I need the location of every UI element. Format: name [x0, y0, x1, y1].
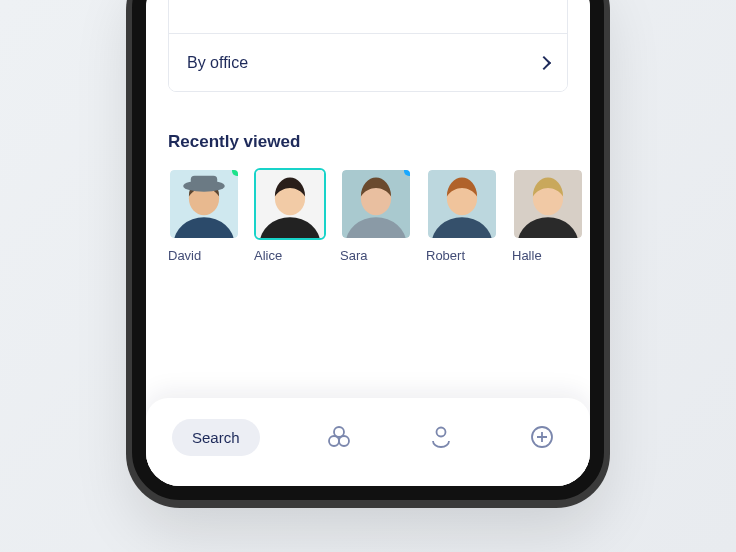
- avatar-image: [256, 170, 324, 238]
- avatar-image: [514, 170, 582, 238]
- tab-search[interactable]: Search: [172, 419, 260, 456]
- person-card[interactable]: Sara: [340, 168, 412, 263]
- tab-bar: Search: [146, 398, 590, 486]
- status-dot: [404, 168, 412, 176]
- filter-card: By office: [168, 0, 568, 92]
- avatar: [512, 168, 584, 240]
- profile-icon: [427, 423, 455, 451]
- avatar-image: [170, 170, 238, 238]
- person-card[interactable]: Alice: [254, 168, 326, 263]
- tab-search-label: Search: [192, 429, 240, 446]
- person-card[interactable]: David: [168, 168, 240, 263]
- tab-groups[interactable]: [317, 415, 361, 459]
- avatar: [340, 168, 412, 240]
- filter-row-blank[interactable]: [169, 0, 567, 33]
- avatar-image: [428, 170, 496, 238]
- plus-circle-icon: [528, 423, 556, 451]
- person-card[interactable]: Halle: [512, 168, 584, 263]
- filter-row-by-office[interactable]: By office: [169, 33, 567, 91]
- screen: By office Recently viewed David Alice: [146, 0, 590, 486]
- avatar: [168, 168, 240, 240]
- avatar: [426, 168, 498, 240]
- groups-icon: [325, 423, 353, 451]
- filter-label: By office: [187, 54, 248, 72]
- status-dot: [232, 168, 240, 176]
- section-title-recently-viewed: Recently viewed: [168, 132, 568, 152]
- tab-add[interactable]: [520, 415, 564, 459]
- person-name: Alice: [254, 248, 326, 263]
- svg-point-18: [329, 436, 339, 446]
- svg-rect-4: [191, 176, 217, 187]
- person-card[interactable]: Robert: [426, 168, 498, 263]
- person-name: Robert: [426, 248, 498, 263]
- avatar-image: [342, 170, 410, 238]
- person-name: Sara: [340, 248, 412, 263]
- tab-profile[interactable]: [419, 415, 463, 459]
- person-name: Halle: [512, 248, 584, 263]
- person-name: David: [168, 248, 240, 263]
- svg-point-19: [339, 436, 349, 446]
- chevron-right-icon: [537, 55, 551, 69]
- avatar: [254, 168, 326, 240]
- recently-viewed-list[interactable]: David Alice Sara Robert: [146, 168, 590, 263]
- svg-point-20: [436, 428, 445, 437]
